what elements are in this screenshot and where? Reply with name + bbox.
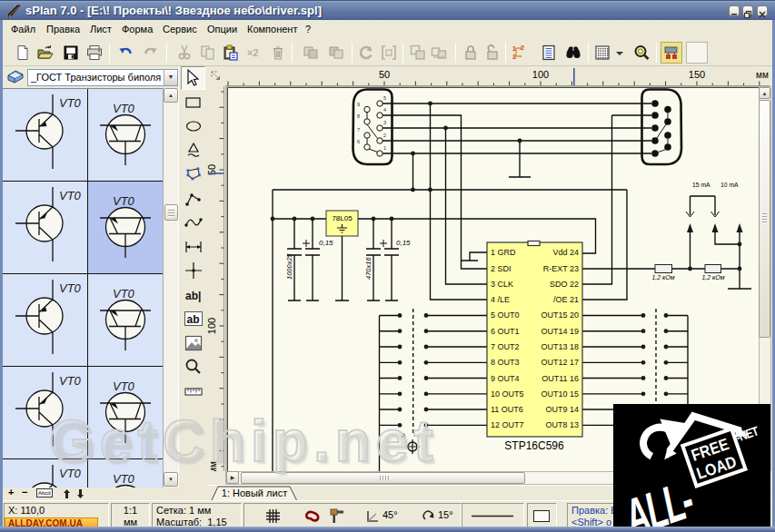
- svg-text:R-EXT 23: R-EXT 23: [543, 264, 579, 273]
- svg-text:×2: ×2: [247, 47, 259, 58]
- svg-text:6: 6: [357, 139, 360, 144]
- svg-text:100: 100: [207, 318, 217, 334]
- svg-text:VT0: VT0: [113, 194, 135, 208]
- svg-text:10 OUT5: 10 OUT5: [491, 389, 524, 399]
- svg-text:VT0: VT0: [59, 374, 82, 388]
- svg-text:470x16: 470x16: [364, 257, 373, 280]
- svg-text:VT0: VT0: [113, 472, 135, 486]
- svg-text:9 OUT4: 9 OUT4: [491, 374, 520, 383]
- svg-text:2: 2: [383, 133, 386, 138]
- svg-text:7: 7: [357, 127, 360, 133]
- svg-text:STP16C596: STP16C596: [504, 439, 564, 452]
- svg-text:OUT12 17: OUT12 17: [541, 358, 579, 367]
- svg-text:Vdd 24: Vdd 24: [552, 248, 579, 257]
- svg-text:8: 8: [357, 113, 360, 119]
- svg-text:78L05: 78L05: [332, 214, 353, 222]
- svg-text:10 mA: 10 mA: [720, 182, 739, 188]
- svg-text:VT0: VT0: [59, 189, 82, 202]
- svg-text:7 OUT2: 7 OUT2: [491, 342, 520, 351]
- svg-text:OUT11 16: OUT11 16: [542, 374, 579, 383]
- svg-text:мм: мм: [756, 70, 769, 80]
- svg-text:VT0: VT0: [59, 467, 82, 480]
- svg-text:VT0: VT0: [113, 102, 135, 115]
- svg-text:11 OUT6: 11 OUT6: [491, 405, 523, 414]
- svg-text:100: 100: [532, 69, 549, 80]
- svg-text:5: 5: [383, 95, 386, 101]
- svg-text:VT0: VT0: [113, 287, 135, 300]
- svg-text:/OE 21: /OE 21: [553, 295, 579, 304]
- svg-text:OUT10 15: OUT10 15: [541, 389, 579, 399]
- svg-text:1,2 кОм: 1,2 кОм: [651, 274, 674, 281]
- svg-text:150: 150: [689, 69, 705, 80]
- svg-text:OUT14 19: OUT14 19: [541, 327, 579, 336]
- svg-text:1 GRD: 1 GRD: [491, 248, 516, 257]
- svg-text:мм: мм: [208, 461, 218, 471]
- svg-text:ab|: ab|: [185, 290, 201, 302]
- svg-text:OUT8 13: OUT8 13: [545, 420, 579, 429]
- svg-text:5 OUT0: 5 OUT0: [491, 310, 520, 320]
- svg-text:6 OUT1: 6 OUT1: [491, 327, 520, 336]
- svg-text:0,15: 0,15: [396, 239, 411, 247]
- svg-text:4: 4: [383, 107, 386, 113]
- svg-text:0,15: 0,15: [319, 239, 333, 247]
- svg-text:9: 9: [357, 102, 360, 107]
- svg-text:50: 50: [379, 69, 390, 80]
- svg-text:4 /LE: 4 /LE: [491, 295, 510, 304]
- svg-text:2 SDI: 2 SDI: [491, 264, 512, 273]
- svg-text:12 OUT7: 12 OUT7: [491, 420, 524, 429]
- svg-text:VT0: VT0: [113, 379, 135, 393]
- svg-text:15 mA: 15 mA: [692, 182, 710, 188]
- svg-text:OUT13 18: OUT13 18: [541, 342, 579, 351]
- svg-text:ab: ab: [187, 313, 200, 326]
- svg-text:1: 1: [383, 145, 386, 151]
- svg-text:1000x25: 1000x25: [285, 252, 293, 280]
- svg-text:1: Новый лист: 1: Новый лист: [222, 488, 287, 498]
- svg-text:OUT9 14: OUT9 14: [545, 405, 579, 414]
- svg-text:1,2 кОм: 1,2 кОм: [701, 274, 724, 281]
- svg-text:VT0: VT0: [59, 281, 82, 295]
- svg-text:SDO 22: SDO 22: [550, 280, 579, 289]
- svg-text:OUT15 20: OUT15 20: [541, 310, 579, 320]
- svg-text:8 OUT3: 8 OUT3: [491, 358, 520, 367]
- svg-text:VT0: VT0: [59, 96, 82, 110]
- svg-text:3 CLK: 3 CLK: [491, 280, 513, 289]
- svg-text:3: 3: [383, 120, 386, 125]
